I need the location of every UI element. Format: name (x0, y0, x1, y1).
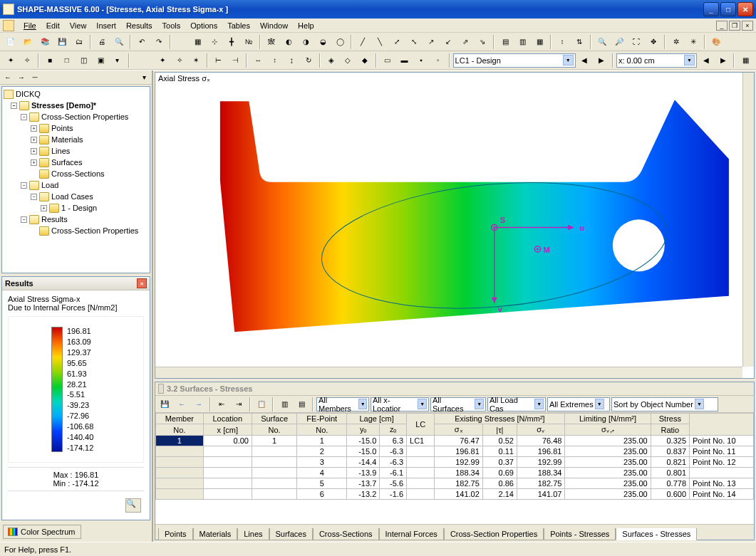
table1-button[interactable]: ▤ (497, 34, 513, 50)
tree-tool-1[interactable]: ← (1, 72, 14, 83)
open-button[interactable]: 📂 (20, 34, 36, 50)
results-panel-close[interactable]: × (137, 278, 147, 288)
table-row[interactable]: 6-13.2-1.6141.022.14141.07235.000.600Poi… (156, 489, 754, 500)
table-row[interactable]: 4-13.9-6.1188.340.69188.34235.000.801 (156, 468, 754, 478)
graphic-scrollbar-v[interactable] (742, 73, 754, 367)
tree-points[interactable]: +Points (4, 122, 148, 134)
tool-a2[interactable]: ✧ (20, 53, 36, 68)
tt-prev[interactable]: ← (174, 397, 190, 412)
sec7-button[interactable]: ⇗ (457, 34, 473, 50)
mdi-minimize-button[interactable]: _ (716, 21, 727, 31)
loadcase-next[interactable]: ▶ (594, 53, 609, 68)
tool-f4[interactable]: ▫ (430, 53, 446, 68)
tree-root[interactable]: DICKQ (4, 88, 148, 100)
tree-group-csp[interactable]: −Cross-Section Properties (4, 111, 148, 122)
tt-first[interactable]: ⇤ (214, 397, 229, 412)
loadcase-combo[interactable]: LC1 - Design ▼ (453, 53, 576, 68)
style-button[interactable]: 🎨 (708, 34, 724, 50)
tree-load-case-1[interactable]: +1 - Design (4, 202, 148, 214)
panel-grip-icon[interactable] (158, 384, 164, 394)
coord-next[interactable]: ▶ (715, 53, 731, 68)
menu-results[interactable]: Results (121, 20, 157, 31)
tt-copy[interactable]: 📋 (254, 397, 269, 412)
coord-combo[interactable]: x: 0.00 cm ▼ (616, 53, 697, 68)
filter-surface[interactable]: All Surfaces▼ (430, 397, 486, 411)
filter-extremes[interactable]: All Extremes▼ (547, 397, 610, 411)
table-row[interactable]: 5-13.7-5.6182.750.86182.75235.000.778Poi… (156, 478, 754, 489)
opt1-button[interactable]: ✲ (668, 34, 684, 50)
calc-button[interactable]: 🗂 (71, 34, 87, 50)
tab-csp[interactable]: Cross-Section Properties (444, 528, 544, 540)
tool-dropdown[interactable]: ▾ (110, 53, 125, 68)
sec2-button[interactable]: ╲ (372, 34, 388, 50)
results-info-button[interactable]: 🔍 (125, 498, 141, 513)
new-button[interactable]: 📄 (3, 34, 19, 50)
tab-surfaces[interactable]: Surfaces (269, 528, 313, 540)
tab-surfaces-stresses[interactable]: Surfaces - Stresses (616, 528, 697, 540)
tool-d2[interactable]: ↕ (267, 53, 283, 68)
sec8-button[interactable]: ⇘ (475, 34, 490, 50)
tab-points[interactable]: Points (158, 528, 193, 540)
menu-tables[interactable]: Tables (222, 20, 255, 31)
filter-loadcase[interactable]: All Load Cas▼ (487, 397, 546, 411)
tt-col1[interactable]: ▥ (276, 397, 292, 412)
tree-surfaces[interactable]: +Surfaces (4, 157, 148, 168)
table2-button[interactable]: ▥ (514, 34, 530, 50)
tree-tool-2[interactable]: → (15, 72, 28, 83)
tool-box4[interactable]: ▣ (93, 53, 108, 68)
menu-view[interactable]: View (65, 20, 92, 31)
tool-e2[interactable]: ◇ (341, 53, 356, 68)
shade-button[interactable]: ◐ (281, 34, 296, 50)
tool-e1[interactable]: ◈ (323, 53, 339, 68)
tool-c2[interactable]: ⊣ (228, 53, 244, 68)
transparency-button[interactable]: ◯ (332, 34, 348, 50)
sec3-button[interactable]: ⤢ (389, 34, 405, 50)
tt-next[interactable]: → (191, 397, 207, 412)
zoom-in-button[interactable]: 🔍 (594, 34, 610, 50)
tree-group-results[interactable]: −Results (4, 214, 148, 225)
tree-tool-3[interactable]: ─ (29, 72, 41, 83)
tool-b2[interactable]: ✧ (172, 53, 187, 68)
tab-cross-sections[interactable]: Cross-Sections (313, 528, 379, 540)
tree-cross-sections[interactable]: Cross-Sections (4, 168, 148, 179)
render1-button[interactable]: ◑ (298, 34, 314, 50)
render2-button[interactable]: ◒ (315, 34, 331, 50)
tab-internal-forces[interactable]: Internal Forces (379, 528, 444, 540)
tt-save[interactable]: 💾 (157, 397, 172, 412)
sec1-button[interactable]: ╱ (355, 34, 371, 50)
tree-lines[interactable]: +Lines (4, 145, 148, 157)
undo-button[interactable]: ↶ (134, 34, 150, 50)
tool-box1[interactable]: ■ (42, 53, 58, 68)
tree-results-csp[interactable]: Cross-Section Properties (4, 225, 148, 236)
menu-options[interactable]: Options (185, 20, 222, 31)
table-grid[interactable]: Member Location Surface FE-Point Lage [c… (155, 413, 754, 524)
tool-d3[interactable]: ↨ (284, 53, 300, 68)
tree-load-cases[interactable]: −Load Cases (4, 191, 148, 202)
coord-toggle-button[interactable]: ╋ (224, 34, 239, 50)
opt2-button[interactable]: ✳ (685, 34, 701, 50)
zoom-ext-button[interactable]: ⛶ (628, 34, 644, 50)
view-z-button[interactable]: ⇅ (571, 34, 587, 50)
save-button[interactable]: 💾 (54, 34, 70, 50)
tab-materials[interactable]: Materials (193, 528, 238, 540)
tab-lines[interactable]: Lines (237, 528, 269, 540)
menu-help[interactable]: Help (293, 20, 319, 31)
sec6-button[interactable]: ↙ (440, 34, 456, 50)
filter-location[interactable]: All x-Locatior▼ (371, 397, 429, 411)
grid-toggle-button[interactable]: ▦ (190, 34, 205, 50)
print-preview-button[interactable]: 🔍 (111, 34, 127, 50)
maximize-button[interactable]: □ (720, 2, 736, 16)
tool-f3[interactable]: ▪ (413, 53, 429, 68)
tool-d4[interactable]: ↻ (301, 53, 316, 68)
color-spectrum-button[interactable]: Color Spectrum (3, 525, 81, 539)
tree-materials[interactable]: +Materials (4, 134, 148, 145)
tool-e3[interactable]: ◆ (357, 53, 373, 68)
tool-d1[interactable]: ↔ (250, 53, 266, 68)
tool-last[interactable]: ▦ (737, 53, 753, 68)
sec5-button[interactable]: ↗ (423, 34, 439, 50)
menu-window[interactable]: Window (255, 20, 293, 31)
menu-edit[interactable]: Edit (41, 20, 65, 31)
axes-toggle-button[interactable]: ⊹ (207, 34, 222, 50)
sec4-button[interactable]: ⤡ (406, 34, 422, 50)
tab-points-stresses[interactable]: Points - Stresses (544, 528, 616, 540)
